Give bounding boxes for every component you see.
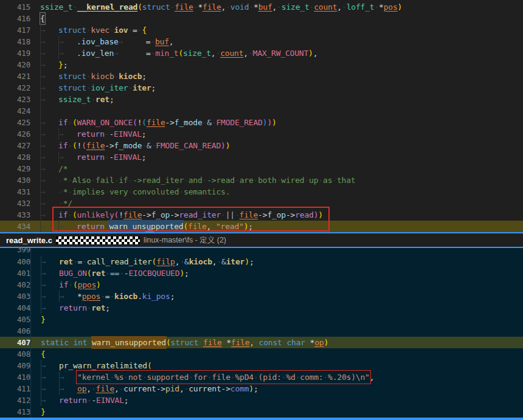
line-number[interactable]: 408 [0, 348, 30, 360]
code-line-content[interactable]: →→return·-EINVAL; [30, 151, 146, 163]
line-number[interactable]: 427 [0, 140, 30, 151]
line-number[interactable]: 425 [0, 117, 30, 128]
code-line-content[interactable] [30, 325, 41, 337]
line-number[interactable]: 431 [0, 186, 30, 198]
peek-editor-pane[interactable]: 399400→ret·=·call_read_iter(filp,·&kiocb… [0, 248, 523, 418]
code-line-408[interactable]: 408{ [0, 348, 523, 360]
line-number[interactable]: 433 [0, 209, 30, 221]
peek-header[interactable]: read_write.c linux-master\fs - 定义 (2) [0, 233, 523, 247]
code-line-418[interactable]: 418→→.iov_base→=·buf, [0, 36, 523, 47]
line-number[interactable]: 419 [0, 47, 30, 59]
code-line-405[interactable]: 405} [0, 314, 523, 325]
code-line-423[interactable]: 423→ssize_t·ret; [0, 94, 523, 105]
line-number[interactable]: 429 [0, 163, 30, 174]
line-number[interactable]: 405 [0, 314, 30, 325]
code-line-420[interactable]: 420→}; [0, 59, 523, 71]
code-line-413[interactable]: 413} [0, 406, 523, 418]
code-line-400[interactable]: 400→ret·=·call_read_iter(filp,·&kiocb,·&… [0, 256, 523, 267]
code-line-content[interactable]: { [30, 13, 45, 24]
line-number[interactable]: 400 [0, 256, 30, 267]
code-line-434[interactable]: 434→→return·warn_unsupported(file,·"read… [0, 221, 523, 232]
code-line-content[interactable]: →struct·iov_iter·iter; [30, 82, 156, 94]
line-number[interactable]: 421 [0, 71, 30, 82]
code-line-content[interactable]: →if·(ppos) [30, 279, 101, 291]
line-number[interactable]: 422 [0, 82, 30, 94]
code-line-content[interactable]: { [30, 348, 46, 360]
code-line-content[interactable]: →·*·Also·fail·if·->read_iter·and·->read·… [30, 174, 355, 186]
code-line-399[interactable]: 399 [0, 248, 523, 256]
line-number[interactable]: 418 [0, 36, 30, 47]
line-number[interactable]: 401 [0, 267, 30, 279]
code-line-404[interactable]: 404→return·ret; [0, 302, 523, 314]
code-line-424[interactable]: 424→ [0, 105, 523, 117]
code-line-409[interactable]: 409→pr_warn_ratelimited( [0, 360, 523, 371]
line-number[interactable]: 424 [0, 105, 30, 117]
line-number[interactable]: 413 [0, 406, 30, 418]
code-line-content[interactable]: →→return·warn_unsupported(file,·"read"); [30, 221, 253, 232]
line-number[interactable]: 420 [0, 59, 30, 71]
code-line-401[interactable]: 401→BUG_ON(ret·==·-EIOCBQUEUED); [0, 267, 523, 279]
code-line-433[interactable]: 433→if·(unlikely(!file->f_op->read_iter·… [0, 209, 523, 221]
line-number[interactable]: 411 [0, 383, 30, 394]
code-line-421[interactable]: 421→struct·kiocb·kiocb; [0, 71, 523, 82]
code-line-content[interactable]: →/* [30, 163, 68, 174]
code-line-427[interactable]: 427→if·(!(file->f_mode·&·FMODE_CAN_READ)… [0, 140, 523, 151]
code-line-content[interactable]: →→.iov_base→=·buf, [30, 36, 173, 47]
code-line-417[interactable]: 417→struct·kvec·iov·=·{ [0, 24, 523, 36]
code-line-content[interactable]: →·*/ [30, 198, 72, 209]
code-line-content[interactable]: →ret·=·call_read_iter(filp,·&kiocb,·&ite… [30, 256, 254, 267]
line-number[interactable]: 434 [0, 221, 30, 232]
code-line-content[interactable]: →struct·kiocb·kiocb; [30, 71, 147, 82]
code-line-426[interactable]: 426→→return·-EINVAL; [0, 128, 523, 140]
code-line-428[interactable]: 428→→return·-EINVAL; [0, 151, 523, 163]
code-line-content[interactable]: →pr_warn_ratelimited( [30, 360, 152, 371]
code-line-content[interactable]: static·int·warn_unsupported(struct·file·… [30, 337, 328, 348]
code-line-412[interactable]: 412→return·-EINVAL; [0, 394, 523, 406]
line-number[interactable]: 403 [0, 291, 30, 302]
code-line-415[interactable]: 415ssize_t·__kernel_read(struct·file·*fi… [0, 1, 523, 13]
code-line-content[interactable]: →return·ret; [30, 302, 110, 314]
code-line-content[interactable]: →→*ppos·=·kiocb.ki_pos; [30, 291, 175, 302]
code-line-content[interactable] [30, 248, 41, 256]
code-line-content[interactable]: →if·(!(file->f_mode·&·FMODE_CAN_READ)) [30, 140, 230, 151]
code-line-content[interactable]: →·*·implies·very·convoluted·semantics. [30, 186, 230, 198]
line-number[interactable]: 432 [0, 198, 30, 209]
code-line-content[interactable]: →BUG_ON(ret·==·-EIOCBQUEUED); [30, 267, 189, 279]
code-line-429[interactable]: 429→/* [0, 163, 523, 174]
code-line-content[interactable]: →return·-EINVAL; [30, 394, 128, 406]
code-line-content[interactable]: → [30, 105, 58, 117]
code-line-content[interactable]: →→return·-EINVAL; [30, 128, 146, 140]
line-number[interactable]: 404 [0, 302, 30, 314]
line-number[interactable]: 430 [0, 174, 30, 186]
code-line-content[interactable]: →ssize_t·ret; [30, 94, 114, 105]
line-number[interactable]: 426 [0, 128, 30, 140]
code-line-422[interactable]: 422→struct·iov_iter·iter; [0, 82, 523, 94]
code-line-407[interactable]: 407static·int·warn_unsupported(struct·fi… [0, 337, 523, 348]
code-line-content[interactable]: →→op,·file,·current->pid,·current->comm)… [30, 383, 258, 394]
code-line-content[interactable]: } [30, 314, 46, 325]
line-number[interactable]: 406 [0, 325, 30, 337]
code-line-406[interactable]: 406 [0, 325, 523, 337]
code-line-content[interactable]: →→.iov_len→=·min_t(size_t,·count,·MAX_RW… [30, 47, 317, 59]
line-number[interactable]: 428 [0, 151, 30, 163]
line-number[interactable]: 416 [0, 13, 30, 24]
code-line-content[interactable]: →struct·kvec·iov·=·{ [30, 24, 147, 36]
code-line-content[interactable]: →if·(unlikely(!file->f_op->read_iter·||·… [30, 209, 323, 221]
code-line-430[interactable]: 430→·*·Also·fail·if·->read_iter·and·->re… [0, 174, 523, 186]
code-line-425[interactable]: 425→if·(WARN_ON_ONCE(!(file->f_mode·&·FM… [0, 117, 523, 128]
line-number[interactable]: 399 [0, 248, 30, 252]
line-number[interactable]: 402 [0, 279, 30, 291]
code-line-content[interactable]: →→"kernel·%s·not·supported·for·file·%pD4… [30, 371, 374, 383]
line-number[interactable]: 409 [0, 360, 30, 371]
line-number[interactable]: 415 [0, 1, 30, 13]
code-line-content[interactable]: →if·(WARN_ON_ONCE(!(file->f_mode·&·FMODE… [30, 117, 277, 128]
code-line-content[interactable]: ssize_t·__kernel_read(struct·file·*file,… [30, 1, 402, 13]
line-number[interactable]: 412 [0, 394, 30, 406]
code-line-432[interactable]: 432→·*/ [0, 198, 523, 209]
code-line-410[interactable]: 410→→"kernel·%s·not·supported·for·file·%… [0, 371, 523, 383]
code-line-431[interactable]: 431→·*·implies·very·convoluted·semantics… [0, 186, 523, 198]
code-line-416[interactable]: 416{ [0, 13, 523, 24]
code-line-419[interactable]: 419→→.iov_len→=·min_t(size_t,·count,·MAX… [0, 47, 523, 59]
code-line-403[interactable]: 403→→*ppos·=·kiocb.ki_pos; [0, 291, 523, 302]
code-line-content[interactable]: →}; [30, 59, 68, 71]
